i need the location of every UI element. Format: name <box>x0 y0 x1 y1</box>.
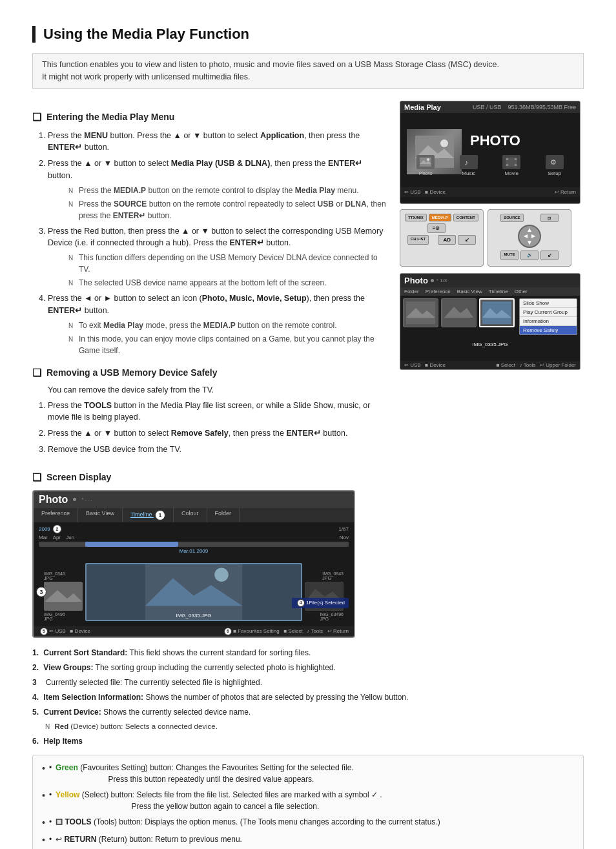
intro-line2: It might not work properly with unlicens… <box>42 72 250 81</box>
page-header: Using the Media Play Function <box>32 26 584 43</box>
pd-actions: 6 ■ Favourites Setting ■ Select ♪ Tools … <box>223 628 349 635</box>
section2-intro: You can remove the device safely from th… <box>48 385 387 394</box>
pd-selection-badge: 4 1File(s) Selected <box>292 598 349 608</box>
return-symbol: ↩ <box>56 835 62 844</box>
circle-2: 2 <box>53 525 61 533</box>
svg-point-5 <box>427 158 429 161</box>
pd-timeline-area: 2009 2 1/67 Mar Apr Jun Nov Mar.01.2009 <box>34 522 354 558</box>
pd-month-apr: Apr <box>53 535 61 540</box>
mp-bottom-bar: ⇐ USB ■ Device ↩ Return <box>400 187 580 197</box>
nav-preference[interactable]: Preference <box>426 289 451 294</box>
mp-body: PHOTO Photo ♪ Mus <box>400 113 580 197</box>
step1-2-notes: Press the MEDIA.P button on the remote c… <box>48 185 387 221</box>
rp-content-btn[interactable]: CONTENT <box>453 214 478 221</box>
section1-header: Entering the Media Play Menu <box>32 111 387 123</box>
rp-hdmi-btn[interactable]: ⊡ <box>540 214 559 222</box>
circle-1: 1 <box>155 510 165 520</box>
rp-arrow-btn[interactable]: ↙ <box>458 235 476 245</box>
desc-1: 1. Current Sort Standard: This field sho… <box>32 647 584 659</box>
circle-4: 4 <box>297 599 305 607</box>
svg-rect-10 <box>506 164 508 166</box>
pd-usb: 5 ⇐ USB ■ Device <box>39 628 90 635</box>
mp-movie-label: Movie <box>505 170 518 176</box>
pd-month-jun: Jun <box>66 535 74 540</box>
rp-row1: TTX/MIX MEDIA.P CONTENT <box>404 214 479 221</box>
dpad-down-icon: ▼ <box>526 239 533 246</box>
rp-row3: CH LIST AD ↙ <box>404 235 479 245</box>
pd-tab-preference[interactable]: Preference <box>34 508 78 522</box>
mp-photo-label-text: Photo <box>419 170 433 176</box>
photo-remove-screenshot: Photo * 1/3 Folder Preference Basic View… <box>400 273 580 370</box>
pd-tab-timeline[interactable]: Timeline 1 <box>123 508 174 522</box>
page-container: Using the Media Play Function This funct… <box>0 0 616 849</box>
mp-music-label: Music <box>462 170 475 176</box>
mp-movie-box <box>502 155 520 169</box>
rp-row2: ≡⊙ <box>404 223 479 233</box>
step1-1: Press the MENU button. Press the ▲ or ▼ … <box>48 130 387 154</box>
svg-rect-9 <box>515 158 517 160</box>
photo-remove-title: Photo <box>404 276 428 285</box>
rp-spacer2 <box>431 235 436 245</box>
pd-tabs: Preference Basic View Timeline 1 Colour … <box>34 508 354 522</box>
desc-5-note: N Red (Device) button: Selects a connect… <box>32 721 584 732</box>
rp-source-btn[interactable]: SOURCE <box>500 214 524 222</box>
pd-bottom-bar: 5 ⇐ USB ■ Device 6 ■ Favourites Setting … <box>34 626 354 637</box>
pd-tab-basicview[interactable]: Basic View <box>78 508 123 522</box>
rp-mute-row: MUTE 🔊 ↙ <box>492 251 567 260</box>
rp-dpad-row: ▲ ◀ ▶ ▼ <box>492 225 567 248</box>
pd-dot <box>73 498 76 501</box>
photo-thumb-2 <box>441 298 477 327</box>
rp-chlist-btn[interactable]: CH LIST <box>407 235 429 245</box>
svg-rect-8 <box>506 158 508 160</box>
main-content: Entering the Media Play Menu Press the M… <box>32 101 584 461</box>
help-tools-text: 🔲 TOOLS (Tools) button: Displays the opt… <box>56 816 440 830</box>
svg-rect-11 <box>515 164 517 166</box>
pd-left-filename2: IMG_0496JPG <box>44 612 83 621</box>
desc-4: 4. Item Selection Information: Shows the… <box>32 691 584 703</box>
rp-eq-btn[interactable]: ≡⊙ <box>427 223 446 233</box>
mp-setup-label: Setup <box>548 170 561 176</box>
photo-content-area: Slide Show Play Current Group Informatio… <box>400 296 580 360</box>
page-title: Using the Media Play Function <box>43 26 584 43</box>
rp-arrow2-btn[interactable]: ↙ <box>540 251 559 260</box>
pd-tab-folder[interactable]: Folder <box>207 508 240 522</box>
photo-icon-small <box>420 158 431 167</box>
ctx-playgroup[interactable]: Play Current Group <box>520 308 577 317</box>
dpad-right-icon: ▶ <box>531 233 535 239</box>
mp-photo-label: PHOTO <box>470 132 520 149</box>
rp-dpad[interactable]: ▲ ◀ ▶ ▼ <box>518 225 541 248</box>
nav-basicview[interactable]: Basic View <box>457 289 482 294</box>
photo-thumb-1 <box>403 298 438 327</box>
section2-header: Removing a USB Memory Device Safely <box>32 367 387 379</box>
screen-display-section: Screen Display Photo * . . . Preference … <box>32 471 584 850</box>
section2-title: Removing a USB Memory Device Safely <box>46 367 218 378</box>
rp-ad-btn[interactable]: AD <box>438 235 456 245</box>
nav-timeline[interactable]: Timeline <box>489 289 508 294</box>
remote-panel-right: SOURCE ⊡ ▲ ◀ ▶ ▼ <box>488 209 571 267</box>
dpad-lr: ◀ ▶ <box>524 233 535 239</box>
step1-4-notes: To exit Media Play mode, press the MEDIA… <box>48 320 387 356</box>
media-play-screenshot: Media Play USB / USB 951.36MB/995.53MB F… <box>400 101 580 204</box>
ctx-slideshow[interactable]: Slide Show <box>520 299 577 308</box>
rp-ttxmix-btn[interactable]: TTX/MIX <box>405 214 427 221</box>
rp-mediap-btn[interactable]: MEDIA.P <box>429 214 451 221</box>
pd-tab-colour[interactable]: Colour <box>174 508 207 522</box>
step1-3: Press the Red button, then press the ▲ o… <box>48 225 387 289</box>
mp-music-box: ♪ <box>460 155 478 169</box>
rp-mute-btn[interactable]: MUTE <box>500 251 518 260</box>
pd-main-photo-svg <box>87 564 301 620</box>
pd-photo-main: IMG_0335.JPG <box>85 563 302 621</box>
ctx-remove[interactable]: Remove Safely <box>520 326 577 334</box>
help-green-text: Green (Favourites Setting) button: Chang… <box>56 762 354 785</box>
pd-year-label: 2009 2 <box>39 525 61 533</box>
dpad-up-icon: ▲ <box>526 226 533 233</box>
desc-3: 3 Currently selected file: The currently… <box>32 677 584 688</box>
nav-other[interactable]: Other <box>515 289 528 294</box>
nav-folder[interactable]: Folder <box>404 289 419 294</box>
pd-photos-area: IMG_0346JPG IMG_0496JPG IMG_0335.JPG <box>39 560 349 624</box>
rp-vol-down-btn[interactable]: 🔊 <box>520 251 539 260</box>
circle-5: 5 <box>40 628 48 635</box>
desc-5: 5. Current Device: Shows the currently s… <box>32 706 584 718</box>
ctx-info[interactable]: Information <box>520 317 577 326</box>
photo-thumb-3 <box>479 298 515 327</box>
